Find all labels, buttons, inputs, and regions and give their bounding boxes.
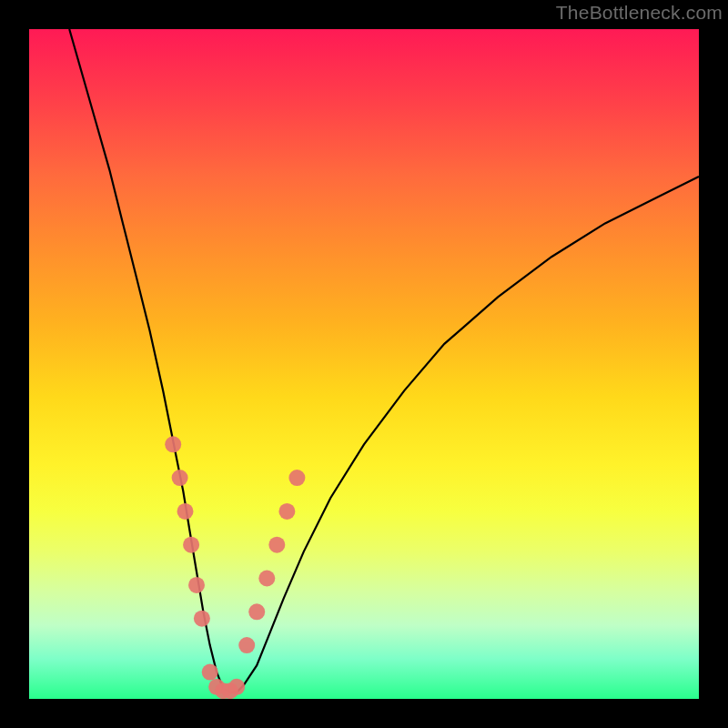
data-dot	[238, 637, 255, 653]
data-dot	[177, 503, 194, 520]
dots-valley	[202, 664, 246, 699]
dots-left-branch	[165, 436, 210, 626]
data-dot	[202, 664, 218, 681]
data-dot	[278, 503, 295, 520]
chart-overlay	[29, 29, 699, 699]
chart-frame: TheBottleneck.com	[0, 0, 728, 728]
watermark-text: TheBottleneck.com	[556, 2, 723, 24]
bottleneck-curve	[69, 29, 699, 693]
data-dot	[172, 470, 188, 486]
data-dot	[248, 603, 265, 620]
data-dot	[258, 571, 275, 587]
data-dot	[194, 611, 210, 627]
data-dot	[288, 470, 305, 486]
data-dot	[268, 537, 285, 553]
data-dot	[188, 577, 205, 593]
data-dot	[228, 679, 245, 695]
data-dot	[183, 537, 199, 553]
data-dot	[165, 436, 181, 452]
